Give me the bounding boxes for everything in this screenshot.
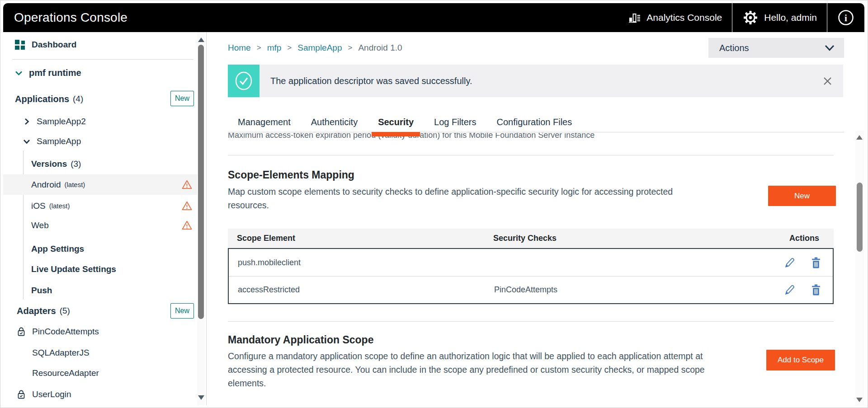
lock-icon xyxy=(16,389,32,400)
lock-icon xyxy=(16,326,32,337)
close-icon[interactable] xyxy=(823,76,843,86)
sidebar-item-app-settings[interactable]: App Settings xyxy=(3,239,197,259)
operations-console-app: Operations Console Analytics Console xyxy=(0,0,868,408)
breadcrumb-sampleapp[interactable]: SampleApp xyxy=(297,43,342,53)
sidebar-item-resourceadapter[interactable]: ResourceAdapter xyxy=(3,365,197,381)
sidebar-item-label: Live Update Settings xyxy=(31,264,116,274)
sidebar-item-sampleapp[interactable]: SampleApp xyxy=(3,133,197,150)
cell-scope-element: accessRestricted xyxy=(229,285,494,295)
mandatory-scope-title: Mandatory Application Scope xyxy=(228,334,373,346)
svg-text:i: i xyxy=(844,13,847,23)
tab-management[interactable]: Management xyxy=(238,113,291,132)
clipped-scrolled-text: Maximum access-token expiration period (… xyxy=(228,133,800,141)
sidebar-item-userlogin[interactable]: UserLogin xyxy=(3,386,197,403)
new-adapter-button[interactable]: New xyxy=(170,303,194,319)
user-menu[interactable]: Hello, admin xyxy=(732,3,827,32)
sidebar-item-push[interactable]: Push xyxy=(3,280,197,300)
scope-mapping-description: Map custom scope elements to security ch… xyxy=(228,185,714,212)
greeting-label: Hello, admin xyxy=(764,12,817,23)
main-content: Home > mfp > SampleApp > Android 1.0 Act… xyxy=(207,32,854,405)
success-banner: The application descriptor was saved suc… xyxy=(228,65,843,97)
tab-bar: Management Authenticity Security Log Fil… xyxy=(228,113,844,132)
breadcrumb-separator: > xyxy=(257,43,261,52)
warning-icon xyxy=(181,179,193,190)
actions-dropdown[interactable]: Actions xyxy=(708,38,844,58)
chevron-down-icon xyxy=(23,138,30,145)
breadcrumb-home[interactable]: Home xyxy=(228,43,251,53)
main-scrollbar[interactable] xyxy=(855,131,864,406)
gear-icon xyxy=(742,9,759,26)
actions-label: Actions xyxy=(719,43,749,53)
sidebar-item-android[interactable]: Android (latest) xyxy=(3,174,197,195)
scroll-up-arrow[interactable] xyxy=(856,135,863,140)
mandatory-scope-description: Configure a mandatory application scope … xyxy=(228,349,714,390)
dashboard-grid-icon xyxy=(15,40,25,50)
sidebar-section-adapters: Adapters (5) New xyxy=(3,303,197,319)
sidebar-item-web[interactable]: Web xyxy=(3,215,197,235)
adapters-count: (5) xyxy=(60,306,70,316)
analytics-console-label: Analytics Console xyxy=(646,12,722,23)
breadcrumb-current: Android 1.0 xyxy=(358,43,402,53)
scroll-down-arrow[interactable] xyxy=(198,395,204,400)
sidebar-item-pincodeattempts[interactable]: PinCodeAttempts xyxy=(3,324,197,340)
sidebar-item-ios[interactable]: iOS (latest) xyxy=(3,196,197,216)
applications-count: (4) xyxy=(73,94,83,104)
edit-pencil-icon[interactable] xyxy=(783,257,796,269)
tab-security[interactable]: Security xyxy=(378,113,414,132)
applications-label: Applications xyxy=(15,94,69,104)
scrollbar-thumb[interactable] xyxy=(198,45,204,319)
table-row: accessRestricted PinCodeAttempts xyxy=(229,276,833,303)
sidebar-divider xyxy=(12,59,193,60)
sidebar-item-dashboard[interactable]: Dashboard xyxy=(3,37,197,53)
table-header: Scope Element Security Checks Actions xyxy=(228,229,834,248)
analytics-console-link[interactable]: Analytics Console xyxy=(618,3,732,32)
latest-tag: (latest) xyxy=(49,202,70,210)
tab-authenticity[interactable]: Authenticity xyxy=(311,113,358,132)
sidebar-scrollbar[interactable] xyxy=(197,32,205,405)
sidebar-item-versions[interactable]: Versions (3) xyxy=(3,154,197,174)
sidebar-item-label: Android xyxy=(31,180,61,190)
column-header-actions: Actions xyxy=(757,234,834,243)
sidebar-item-label: App Settings xyxy=(31,244,84,254)
tab-log-filters[interactable]: Log Filters xyxy=(434,113,476,132)
sidebar-item-label: Web xyxy=(31,220,49,230)
table-body: push.mobileclient accessRestricted PinCo… xyxy=(228,248,834,304)
sidebar-item-label: SampleApp xyxy=(37,136,81,146)
delete-trash-icon[interactable] xyxy=(810,284,822,296)
scroll-up-arrow[interactable] xyxy=(198,38,204,42)
breadcrumb: Home > mfp > SampleApp > Android 1.0 xyxy=(228,43,402,53)
warning-icon xyxy=(181,220,193,231)
new-scope-element-button[interactable]: New xyxy=(768,186,836,206)
sidebar-item-live-update-settings[interactable]: Live Update Settings xyxy=(3,259,197,279)
sidebar-item-runtime[interactable]: pmf runtime xyxy=(3,65,197,81)
section-divider xyxy=(228,321,834,322)
new-application-button[interactable]: New xyxy=(170,91,194,106)
scroll-down-arrow[interactable] xyxy=(856,398,863,402)
sidebar-item-label: Dashboard xyxy=(32,40,76,50)
scope-elements-table: Scope Element Security Checks Actions pu… xyxy=(228,229,834,304)
edit-pencil-icon[interactable] xyxy=(783,284,796,296)
top-bar-right: Analytics Console xyxy=(618,3,864,32)
sidebar-item-label: pmf runtime xyxy=(29,68,81,78)
info-button[interactable]: i xyxy=(827,3,864,32)
analytics-chart-icon xyxy=(627,11,641,24)
sidebar-item-label: Push xyxy=(31,286,52,295)
add-to-scope-button[interactable]: Add to Scope xyxy=(766,350,835,370)
sidebar-item-label: Versions xyxy=(31,159,67,169)
breadcrumb-separator: > xyxy=(287,43,292,52)
info-icon: i xyxy=(837,9,854,26)
breadcrumb-mfp[interactable]: mfp xyxy=(267,43,282,53)
banner-message: The application descriptor was saved suc… xyxy=(259,76,472,86)
sidebar-item-sampleapp2[interactable]: SampleApp2 xyxy=(3,113,197,130)
warning-icon xyxy=(181,200,193,211)
scrollbar-thumb[interactable] xyxy=(857,183,863,252)
tab-configuration-files[interactable]: Configuration Files xyxy=(496,113,572,132)
cell-security-checks: PinCodeAttempts xyxy=(494,285,756,295)
delete-trash-icon[interactable] xyxy=(810,257,822,269)
sidebar-item-label: iOS xyxy=(31,201,46,211)
chevron-down-icon xyxy=(824,44,835,52)
sidebar-item-label: SQLAdapterJS xyxy=(32,348,90,358)
top-bar: Operations Console Analytics Console xyxy=(3,3,864,32)
breadcrumb-separator: > xyxy=(348,43,352,52)
sidebar-item-sqladapterjs[interactable]: SQLAdapterJS xyxy=(3,345,197,361)
